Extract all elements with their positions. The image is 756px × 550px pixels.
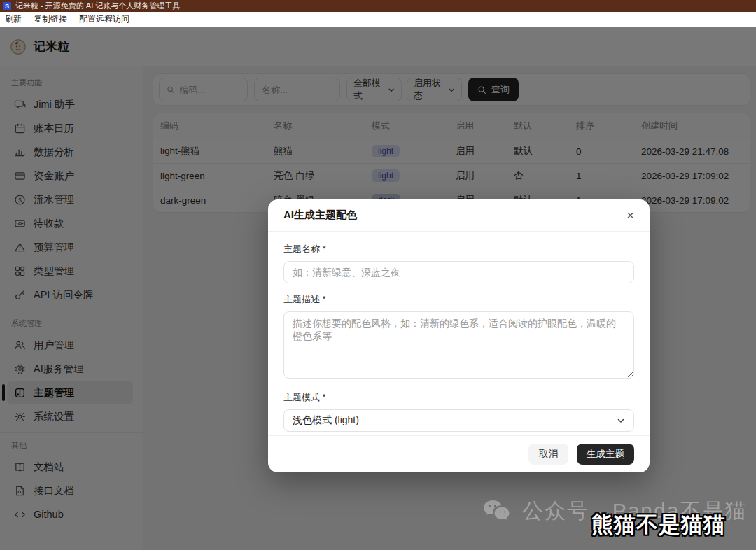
theme-mode-select[interactable]: 浅色模式 (light) [284, 409, 634, 432]
window-title: 记米粒 - 开源免费的 AI 记账与个人财务管理工具 [15, 1, 180, 11]
modal-body: 主题名称 * 主题描述 * 主题模式 * 浅色模式 (light) [268, 232, 650, 435]
theme-desc-label: 主题描述 * [284, 293, 634, 306]
chevron-down-icon [617, 416, 625, 425]
panda-watermark: 熊猫不是猫猫 [592, 510, 726, 540]
theme-mode-label: 主题模式 * [284, 391, 634, 404]
theme-name-label: 主题名称 * [284, 243, 634, 255]
window-titlebar: S 记米粒 - 开源免费的 AI 记账与个人财务管理工具 [0, 0, 756, 12]
menubar-refresh[interactable]: 刷新 [5, 13, 22, 25]
generate-theme-button[interactable]: 生成主题 [577, 444, 634, 465]
theme-name-input[interactable] [284, 261, 634, 283]
theme-mode-value: 浅色模式 (light) [293, 414, 359, 427]
modal-header: AI生成主题配色 × [268, 199, 650, 232]
menubar-remote-access[interactable]: 配置远程访问 [79, 13, 130, 25]
theme-desc-textarea[interactable] [284, 311, 634, 379]
close-icon[interactable]: × [626, 209, 634, 222]
modal-title: AI生成主题配色 [284, 209, 357, 222]
wechat-icon [482, 498, 512, 525]
cancel-button[interactable]: 取消 [528, 444, 568, 465]
menubar-copy-link[interactable]: 复制链接 [34, 13, 67, 25]
menubar: 刷新 复制链接 配置远程访问 [0, 12, 756, 27]
ai-theme-modal: AI生成主题配色 × 主题名称 * 主题描述 * 主题模式 * 浅色模式 (li… [268, 199, 650, 472]
modal-footer: 取消 生成主题 [268, 435, 650, 472]
window-favicon-icon: S [3, 2, 11, 10]
